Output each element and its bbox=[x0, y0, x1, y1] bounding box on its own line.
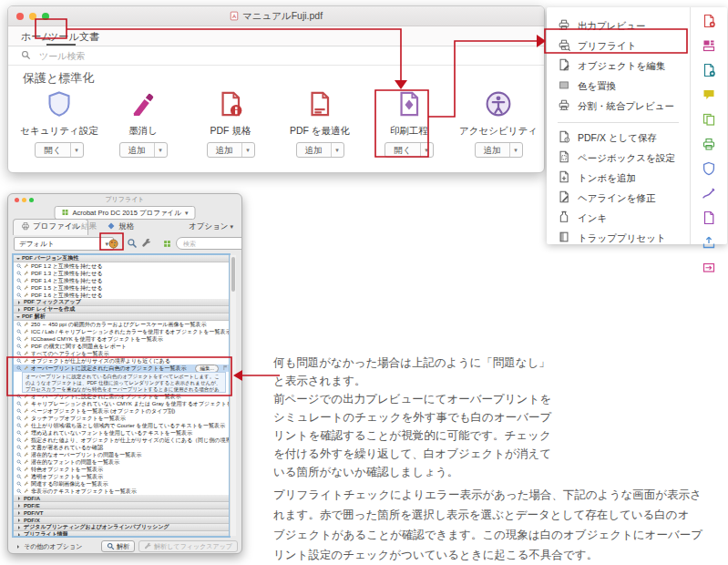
tool-accessibility-button[interactable]: 追加 bbox=[475, 142, 523, 158]
fill-sign-icon[interactable] bbox=[702, 186, 716, 204]
check-label: PDF 1.6 と互換性を持たせる bbox=[31, 292, 102, 299]
printer-icon bbox=[21, 221, 30, 232]
tool-search-input[interactable] bbox=[37, 50, 223, 62]
check-row[interactable]: 特色オブジェクトを一覧表示 bbox=[14, 466, 229, 473]
check-row[interactable]: 潜在的なフォントの問題を一覧表示 bbox=[14, 458, 229, 466]
combine-files-icon[interactable] bbox=[702, 112, 716, 130]
check-group-header[interactable]: PDF/X bbox=[14, 517, 229, 524]
menu-item-fix-hairlines[interactable]: ヘアラインを修正 bbox=[547, 189, 690, 209]
check-row[interactable]: PDF 1.5 と互換性を持たせる bbox=[14, 284, 229, 292]
check-row[interactable]: オーバープリントに設定された黒のオブジェクトを一覧表示 bbox=[14, 393, 229, 400]
chevron-down-icon[interactable] bbox=[331, 143, 343, 157]
profile-filter-dropdown[interactable]: デフォルト bbox=[14, 237, 114, 251]
profile-library-dropdown[interactable]: Acrobat Pro DC 2015 プロファイル bbox=[55, 206, 196, 220]
preflight-search-input[interactable] bbox=[176, 237, 242, 250]
tab-home[interactable]: ホーム bbox=[21, 30, 52, 44]
check-row[interactable]: 関連する印刷画像比を一覧表示 bbox=[14, 480, 229, 488]
tool-optimize-pdf-button[interactable]: 追加 bbox=[296, 142, 344, 158]
further-options-toggle[interactable]: その他のオプション bbox=[15, 542, 101, 551]
check-row[interactable]: ページオブジェクトを一覧表示 (オブジェクトのタイプ別) bbox=[14, 407, 229, 415]
check-row[interactable]: キャリブレーションされていない CMYK または Gray を使用するオブジェク… bbox=[14, 400, 229, 407]
chevron-down-icon[interactable] bbox=[509, 143, 522, 157]
analyze-and-fix-button[interactable]: 解析してフィックスアップ bbox=[138, 540, 238, 552]
check-row[interactable]: 仕上がり領域/裁ち落とし領域内で Courier を使用しているテキストを一覧表… bbox=[14, 422, 229, 429]
menu-item-preflight[interactable]: プリフライト bbox=[547, 36, 690, 56]
menu-item-ink-manager[interactable]: インキ bbox=[547, 209, 690, 229]
check-group-header[interactable]: PDF レイヤーを作成 bbox=[14, 306, 229, 313]
check-group-header[interactable]: PDF フィックスアップ bbox=[14, 299, 229, 306]
check-row[interactable]: 非表示のテキストオブジェクトを一覧表示 bbox=[14, 488, 229, 495]
protect-icon[interactable] bbox=[702, 161, 716, 180]
menu-item-save-as-pdfx[interactable]: PDF/X として保存 bbox=[547, 128, 690, 149]
document-icon[interactable] bbox=[702, 211, 716, 229]
check-label: オブジェクトが仕上がりサイズの境界よりも近くにある bbox=[31, 357, 170, 365]
check-row[interactable]: オブジェクトが仕上がりサイズの境界よりも近くにある bbox=[14, 357, 229, 365]
flag-icon[interactable] bbox=[222, 365, 229, 372]
menu-item-convert-colors[interactable]: 色を置換 bbox=[547, 77, 690, 97]
chevron-down-icon[interactable] bbox=[420, 143, 433, 157]
tab-document[interactable]: 文書 bbox=[79, 30, 99, 44]
scrollbar[interactable] bbox=[230, 255, 236, 536]
tool-print-production-button[interactable]: 開く bbox=[385, 142, 433, 158]
tool-security-settings-button[interactable]: 開く bbox=[35, 142, 83, 158]
menu-item-trap-presets[interactable]: トラッププリセット bbox=[547, 229, 690, 249]
check-group-header[interactable]: PDF/VT bbox=[14, 509, 229, 517]
send-icon[interactable] bbox=[702, 260, 716, 278]
organize-pages-icon[interactable] bbox=[702, 38, 716, 56]
menu-item-add-printer-marks[interactable]: トンボを追加 bbox=[547, 169, 690, 189]
check-group-header[interactable]: PDF/A bbox=[14, 495, 229, 502]
check-group-header[interactable]: PDF バージョン互換性 bbox=[14, 255, 229, 262]
tool-pdf-standards-button[interactable]: 追加 bbox=[207, 142, 255, 158]
fixups-icon[interactable] bbox=[106, 237, 120, 250]
analyze-button[interactable]: 解析 bbox=[101, 540, 135, 552]
tab-results[interactable]: 結果 bbox=[70, 221, 97, 235]
options-menu[interactable]: オプション bbox=[189, 221, 233, 232]
check-group-header[interactable]: プリフライト情報 bbox=[14, 531, 229, 538]
menu-item-flattener-preview[interactable]: 分割・統合プレビュー bbox=[547, 97, 690, 117]
create-pdf-icon[interactable] bbox=[702, 63, 716, 81]
check-row[interactable]: すべてのヘアラインを一覧表示 bbox=[14, 350, 229, 357]
check-row[interactable]: オーバープリントに設定された白色のオブジェクトを一覧表示編集... bbox=[14, 365, 229, 372]
chevron-down-icon[interactable] bbox=[70, 143, 83, 157]
check-row[interactable]: PDF 1.6 と互換性を持たせる bbox=[14, 292, 229, 299]
check-group-header[interactable]: PDF/E bbox=[14, 502, 229, 509]
check-row[interactable]: 潜在的なオーバープリントの問題を一覧表示 bbox=[14, 451, 229, 458]
tab-standards[interactable]: 規格 bbox=[107, 221, 134, 235]
check-row[interactable]: タッチアップオブジェクトを一覧表示 bbox=[14, 415, 229, 422]
check-row[interactable]: 文書が署名されているか確認 bbox=[14, 444, 229, 451]
check-row[interactable]: 指定された値より、オブジェクトが仕上がりサイズの近くにある（同じ側の境界はチェッ… bbox=[14, 437, 229, 444]
check-group-header[interactable]: PDF 解析 bbox=[14, 313, 229, 321]
check-row[interactable]: ICC / Lab / キャリブレーションされたカラーを使用するオブジェクトを一… bbox=[14, 328, 229, 335]
chevron-down-icon[interactable] bbox=[154, 143, 167, 157]
wrench-icon bbox=[24, 394, 29, 400]
checks-magnifier-icon[interactable] bbox=[125, 237, 139, 250]
print-production-menu: 出力プレビュープリフライトオブジェクトを編集色を置換分割・統合プレビューPDF/… bbox=[547, 7, 690, 244]
share-icon[interactable] bbox=[702, 235, 716, 253]
tool-button-label: 開く bbox=[385, 143, 419, 157]
comment-icon[interactable] bbox=[702, 87, 716, 106]
wrench-icon bbox=[24, 271, 29, 277]
tab-tools[interactable]: ツール bbox=[48, 30, 79, 44]
menu-item-edit-object[interactable]: オブジェクトを編集 bbox=[547, 56, 690, 77]
check-row[interactable]: 透明オブジェクトを一覧表示 bbox=[14, 473, 229, 480]
wrench-icon[interactable] bbox=[139, 237, 154, 250]
check-row[interactable]: 250 ～ 450 ppi の範囲外のカラーおよびグレースケール画像を一覧表示 bbox=[14, 321, 229, 328]
check-group-header[interactable]: デジタルプリンティングおよびオンラインパブリッシング bbox=[14, 524, 229, 531]
check-row[interactable]: PDF 1.4 と互換性を持たせる bbox=[14, 277, 229, 284]
menu-item-output-preview[interactable]: 出力プレビュー bbox=[547, 16, 690, 36]
print-production-icon[interactable] bbox=[702, 137, 716, 155]
export-pdf-icon[interactable] bbox=[702, 14, 716, 32]
magnifier-icon bbox=[16, 278, 22, 284]
scrollbar-thumb[interactable] bbox=[231, 257, 236, 292]
chevron-down-icon[interactable] bbox=[241, 143, 254, 157]
edit-check-button[interactable]: 編集... bbox=[195, 365, 219, 372]
check-row[interactable]: PDF の構文に関する問題点をレポート bbox=[14, 343, 229, 350]
check-row[interactable]: ICCbased CMYK を使用するオブジェクトを一覧表示 bbox=[14, 335, 229, 343]
check-row[interactable]: PDF 1.3 と互換性を持たせる bbox=[14, 270, 229, 277]
tool-redact-button[interactable]: 追加 bbox=[119, 142, 168, 158]
check-row[interactable]: PDF 1.2 と互換性を持たせる bbox=[14, 262, 229, 270]
check-row[interactable]: 埋め込まれていないフォントを使用しているテキストを一覧表示 bbox=[14, 429, 229, 437]
menu-item-set-page-boxes[interactable]: ページボックスを設定 bbox=[547, 149, 690, 169]
preflight-footer: その他のオプション 解析 解析してフィックスアップ bbox=[8, 539, 241, 553]
chevron-right-icon bbox=[17, 545, 21, 549]
